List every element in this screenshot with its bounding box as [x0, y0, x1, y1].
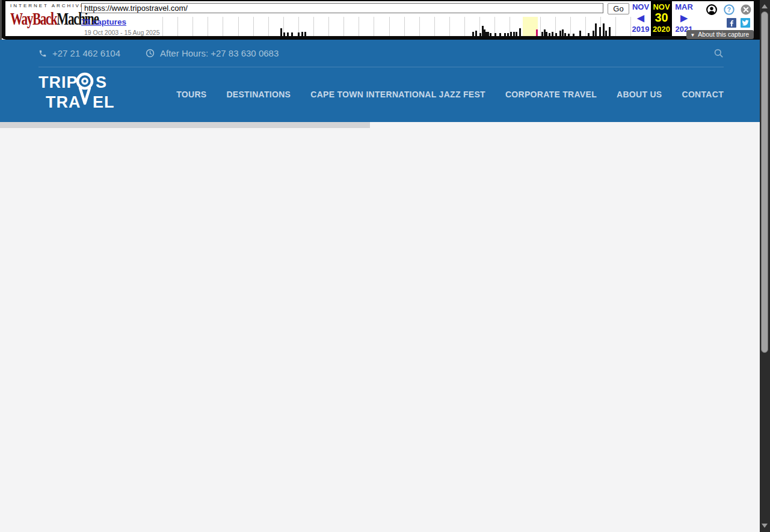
search-icon	[713, 48, 724, 58]
help-icon[interactable]: ?	[724, 4, 735, 15]
current-capture: NOV 30 2020	[651, 1, 672, 36]
capture-count-bar[interactable]	[513, 32, 515, 36]
timeline-gridline	[253, 17, 254, 36]
close-toolbar-icon[interactable]	[741, 4, 751, 15]
capture-count-bar[interactable]	[494, 33, 496, 36]
timeline-gridline	[343, 17, 344, 36]
current-capture-bar[interactable]	[536, 29, 538, 36]
scroll-up-arrow-icon[interactable]	[762, 4, 768, 8]
capture-count-bar[interactable]	[549, 33, 550, 36]
about-this-capture-button[interactable]: ▼About this capture	[686, 30, 754, 39]
capture-count-bar[interactable]	[479, 33, 481, 36]
site-topbar: +27 21 462 6104 After Hours: +27 83 630 …	[38, 40, 724, 67]
twitter-share-icon[interactable]	[741, 18, 750, 28]
nav-item-tours[interactable]: TOURS	[176, 90, 206, 99]
horizontal-scrollbar-thumb[interactable]	[0, 122, 370, 128]
vertical-scrollbar-thumb[interactable]	[761, 11, 768, 353]
nav-item-destinations[interactable]: DESTINATIONS	[226, 90, 291, 99]
capture-count-bar[interactable]	[504, 33, 506, 36]
site-header: +27 21 462 6104 After Hours: +27 83 630 …	[0, 40, 770, 122]
logo-line1-right: S	[96, 73, 107, 91]
next-capture-arrow-icon[interactable]: ▶	[672, 12, 696, 23]
captures-count-link[interactable]: 73 captures	[81, 17, 126, 26]
previous-capture: NOV ◀ 2019	[630, 1, 651, 36]
svg-text:?: ?	[727, 7, 731, 13]
capture-count-bar[interactable]	[573, 34, 574, 36]
timeline-gridline	[540, 17, 541, 36]
capture-count-bar[interactable]	[507, 33, 509, 36]
capture-count-bar[interactable]	[568, 34, 570, 36]
captures-timeline[interactable]	[162, 17, 630, 36]
timeline-gridline	[389, 17, 390, 36]
vertical-scrollbar[interactable]	[760, 0, 770, 532]
timeline-gridline	[313, 17, 314, 36]
previous-capture-month: NOV	[630, 2, 651, 11]
phone-icon	[38, 49, 47, 58]
timeline-gridline	[223, 17, 223, 36]
capture-count-bar[interactable]	[593, 31, 594, 36]
timeline-gridline	[162, 17, 163, 36]
timeline-gridline	[177, 17, 178, 36]
capture-count-bar[interactable]	[510, 32, 512, 36]
capture-count-bar[interactable]	[301, 32, 303, 36]
capture-count-bar[interactable]	[291, 32, 293, 36]
nav-item-cape-town-international-jazz-fest[interactable]: CAPE TOWN INTERNATIONAL JAZZ FEST	[310, 90, 485, 99]
capture-count-bar[interactable]	[472, 32, 474, 36]
capture-count-bar[interactable]	[298, 32, 300, 36]
logo-line1-left: TRIP	[38, 73, 78, 91]
timeline-gridline	[268, 17, 269, 36]
capture-count-bar[interactable]	[564, 33, 566, 36]
capture-count-bar[interactable]	[603, 23, 605, 36]
capture-count-bar[interactable]	[599, 27, 601, 36]
capture-count-bar[interactable]	[562, 29, 564, 36]
timeline-gridline	[359, 17, 359, 36]
previous-capture-arrow-icon[interactable]: ◀	[630, 12, 651, 23]
capture-count-bar[interactable]	[541, 32, 543, 36]
timeline-gridline	[585, 17, 586, 36]
capture-count-bar[interactable]	[579, 31, 581, 36]
capture-count-bar[interactable]	[304, 32, 306, 36]
capture-count-bar[interactable]	[499, 33, 501, 36]
capture-count-bar[interactable]	[287, 32, 289, 36]
capture-count-bar[interactable]	[516, 32, 517, 36]
capture-count-bar[interactable]	[280, 28, 282, 36]
previous-capture-year[interactable]: 2019	[630, 25, 651, 34]
capture-count-bar[interactable]	[595, 23, 597, 36]
capture-count-bar[interactable]	[490, 33, 491, 36]
account-icon[interactable]	[706, 4, 717, 15]
wayback-toolbar-panel: INTERNET ARCHIVE WayBackMachine Go 73 ca…	[5, 1, 754, 36]
wayback-machine-wordmark: WayBackMachine	[10, 10, 74, 28]
next-capture-month: MAR	[672, 2, 696, 11]
facebook-share-icon[interactable]	[727, 18, 736, 28]
site-logo[interactable]: TRIP S TRA EL	[38, 72, 124, 117]
capture-count-bar[interactable]	[552, 32, 553, 36]
capture-count-bar[interactable]	[487, 32, 489, 36]
wayback-url-input[interactable]	[81, 3, 603, 13]
search-button[interactable]	[713, 48, 724, 58]
timeline-gridline	[419, 17, 420, 36]
logo-line2-left: TRA	[46, 93, 81, 111]
capture-count-bar[interactable]	[555, 33, 557, 36]
wayback-machine-logo[interactable]: INTERNET ARCHIVE WayBackMachine	[10, 3, 79, 24]
capture-count-bar[interactable]	[546, 32, 547, 36]
nav-item-contact[interactable]: CONTACT	[682, 90, 724, 99]
capture-count-bar[interactable]	[519, 28, 521, 36]
wayback-go-button[interactable]: Go	[608, 3, 629, 14]
scroll-down-arrow-icon[interactable]	[762, 524, 768, 528]
capture-count-bar[interactable]	[283, 32, 285, 36]
capture-count-bar[interactable]	[605, 31, 607, 36]
nav-item-about-us[interactable]: ABOUT US	[617, 90, 662, 99]
timeline-gridline	[238, 17, 239, 36]
current-capture-day: 30	[651, 12, 672, 23]
capture-count-bar[interactable]	[588, 33, 590, 36]
current-capture-year: 2020	[651, 25, 672, 34]
timeline-gridline	[328, 17, 329, 36]
timeline-gridline	[208, 17, 208, 36]
capture-count-bar[interactable]	[559, 31, 561, 36]
nav-item-corporate-travel[interactable]: CORPORATE TRAVEL	[505, 90, 597, 99]
capture-count-bar[interactable]	[475, 31, 477, 36]
timeline-gridline	[449, 17, 450, 36]
capture-count-bar[interactable]	[609, 27, 611, 36]
timeline-gridline	[374, 17, 374, 36]
timeline-gridline	[434, 17, 435, 36]
